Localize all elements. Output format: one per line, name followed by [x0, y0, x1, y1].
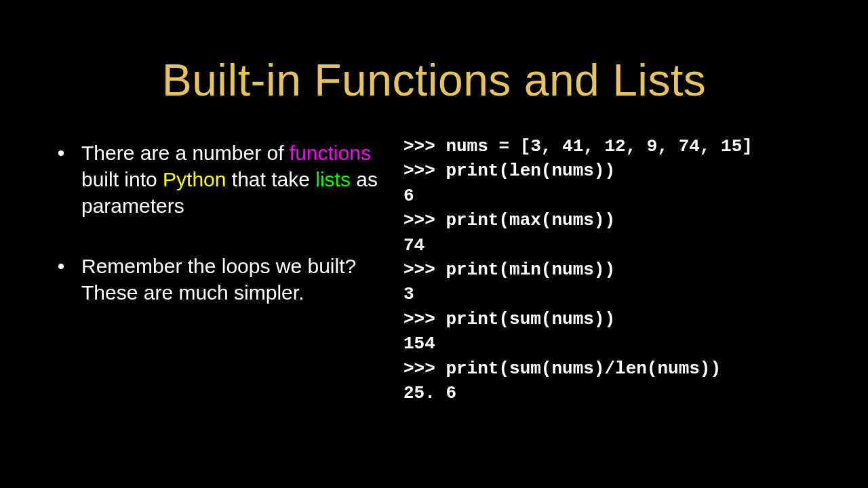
left-column: • There are a number of functions built …: [41, 140, 397, 405]
highlight-python: Python: [163, 168, 226, 190]
text-segment: There are a number of: [81, 142, 290, 164]
bullet-dot-icon: •: [41, 140, 81, 166]
text-segment: built into: [81, 168, 163, 190]
text-segment: that take: [226, 168, 315, 190]
code-block: >>> nums = [3, 41, 12, 9, 74, 15] >>> pr…: [403, 134, 827, 405]
bullet-text-2: Remember the loops we built? These are m…: [81, 253, 383, 306]
bullet-text-1: There are a number of functions built in…: [81, 140, 383, 219]
slide-title: Built-in Functions and Lists: [0, 54, 868, 106]
slide-content: • There are a number of functions built …: [0, 140, 868, 405]
slide: Built-in Functions and Lists • There are…: [0, 54, 868, 488]
right-column: >>> nums = [3, 41, 12, 9, 74, 15] >>> pr…: [397, 140, 827, 405]
bullet-item-2: • Remember the loops we built? These are…: [41, 253, 383, 306]
highlight-lists: lists: [315, 168, 351, 190]
highlight-functions: functions: [290, 142, 371, 164]
bullet-item-1: • There are a number of functions built …: [41, 140, 383, 219]
bullet-dot-icon: •: [41, 253, 81, 279]
